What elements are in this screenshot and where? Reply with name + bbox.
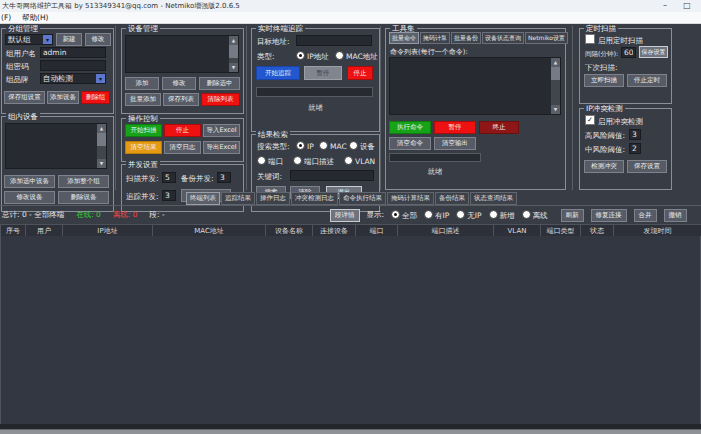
add-button[interactable]: 添加 [125, 77, 159, 90]
radio-search-ip[interactable]: IP [296, 141, 314, 151]
tab-mask-results[interactable]: 掩码计算结果 [387, 192, 434, 205]
mid-risk-input[interactable] [629, 143, 641, 154]
modify-device-button[interactable]: 修改设备 [4, 191, 55, 204]
radio-search-device[interactable]: 设备 [349, 141, 375, 151]
export-excel-button[interactable]: 导出Excel [203, 141, 240, 154]
scrollbar[interactable]: ▲ ▼ [97, 124, 106, 168]
clear-results-button[interactable]: 清空结果 [125, 141, 162, 154]
column-header-port-desc[interactable]: 端口描述 [398, 225, 494, 237]
delete-selected-button[interactable]: 删除选中 [199, 77, 240, 90]
device-list[interactable]: ▲ ▼ [125, 35, 239, 73]
chevron-down-icon[interactable]: ▾ [96, 74, 105, 83]
scroll-down-icon[interactable]: ▼ [551, 105, 560, 114]
scroll-up-icon[interactable]: ▲ [97, 124, 106, 133]
refresh-button[interactable]: 刷新 [561, 209, 584, 222]
add-selected-device-button[interactable]: 添加选中设备 [4, 175, 55, 188]
scroll-down-icon[interactable]: ▼ [97, 159, 106, 168]
modify-button[interactable]: 修改 [162, 77, 196, 90]
stop-schedule-button[interactable]: 停止定时 [627, 74, 667, 87]
tab-conflict-log[interactable]: 冲突检测日志 [291, 192, 338, 205]
column-header-user[interactable]: 用户 [26, 225, 63, 237]
stop-scan-button[interactable]: 停止 [164, 124, 201, 137]
radio-ip-address[interactable]: IP地址 [296, 51, 329, 61]
maximize-button[interactable]: □ [678, 0, 696, 12]
tab-batch-commands[interactable]: 批量命令 [389, 32, 419, 44]
terminate-command-button[interactable]: 终止 [479, 121, 519, 134]
repair-connection-button[interactable]: 修复连接 [591, 209, 627, 222]
high-risk-input[interactable] [629, 129, 641, 140]
scroll-thumb[interactable] [229, 45, 238, 58]
backup-concurrency-input[interactable] [217, 172, 231, 183]
new-group-button[interactable]: 新建 [56, 33, 82, 46]
pause-command-button[interactable]: 暂停 [434, 121, 476, 134]
menu-help[interactable]: 帮助(H) [22, 12, 49, 23]
scroll-up-icon[interactable]: ▲ [229, 36, 238, 45]
scrollbar[interactable]: ▲ ▼ [551, 58, 560, 114]
column-header-mac[interactable]: MAC地址 [153, 225, 266, 237]
column-header-ip[interactable]: IP地址 [63, 225, 153, 237]
column-header-connected-device[interactable]: 连接设备 [313, 225, 356, 237]
terminal-table-body[interactable] [0, 236, 701, 424]
tab-batch-backup[interactable]: 批量备份 [451, 32, 481, 44]
column-header-vlan[interactable]: VLAN [494, 225, 541, 237]
group-devices-list[interactable]: ▲ ▼ [5, 123, 107, 169]
scrollbar[interactable]: ▲ ▼ [229, 36, 238, 72]
chevron-down-icon[interactable]: ▾ [43, 35, 52, 44]
tab-operation-log[interactable]: 操作日志 [256, 192, 290, 205]
scroll-down-icon[interactable]: ▼ [229, 63, 238, 72]
start-scan-button[interactable]: 开始扫描 [125, 124, 162, 137]
radio-search-port[interactable]: 端口 [257, 156, 283, 166]
minimize-button[interactable]: – [656, 0, 674, 12]
save-conflict-settings-button[interactable]: 保存设置 [627, 160, 667, 173]
radio-search-vlan[interactable]: VLAN [344, 156, 375, 166]
clear-log-button[interactable]: 清空日志 [164, 141, 201, 154]
radio-mac-address[interactable]: MAC地址 [335, 51, 378, 61]
tab-mask-calc[interactable]: 掩码计算 [420, 32, 450, 44]
scan-now-button[interactable]: 立即扫描 [584, 74, 624, 87]
group-password-input[interactable] [40, 60, 106, 71]
start-trace-button[interactable]: 开始追踪 [256, 66, 300, 80]
import-excel-button[interactable]: 导入Excel [203, 124, 240, 137]
save-list-button[interactable]: 保存列表 [163, 93, 199, 106]
merge-button[interactable]: 合并 [634, 209, 657, 222]
enable-conflict-detection-checkbox[interactable]: ✓启用冲突检测 [585, 115, 643, 126]
clear-output-button[interactable]: 清空输出 [434, 137, 476, 150]
clear-list-button[interactable]: 清除列表 [201, 93, 240, 106]
delete-device-button[interactable]: 删除设备 [58, 191, 109, 204]
add-device-button[interactable]: 添加设备 [47, 91, 79, 104]
undo-button[interactable]: 撤销 [664, 209, 687, 222]
radio-search-port-desc[interactable]: 端口描述 [293, 156, 334, 166]
pause-trace-button[interactable]: 暂停 [304, 66, 342, 80]
column-header-port-type[interactable]: 端口类型 [541, 225, 581, 237]
tab-backup-results[interactable]: 备份结果 [435, 192, 469, 205]
execute-command-button[interactable]: 执行命令 [389, 121, 431, 134]
scan-concurrency-input[interactable] [162, 172, 176, 183]
add-whole-group-button[interactable]: 添加整个组 [58, 175, 109, 188]
stop-trace-button[interactable]: 停止 [347, 66, 373, 80]
detect-conflict-button[interactable]: 检测冲突 [584, 160, 624, 173]
save-group-settings-button[interactable]: 保存组设置 [4, 91, 45, 104]
interval-input[interactable] [621, 47, 636, 58]
column-header-port[interactable]: 端口 [356, 225, 398, 237]
radio-show-all[interactable]: 全部 [391, 210, 417, 221]
scroll-up-icon[interactable]: ▲ [551, 58, 560, 67]
tab-device-status-query[interactable]: 设备状态查询 [482, 32, 524, 44]
menu-file[interactable]: (F) [1, 12, 11, 23]
keyword-input[interactable] [290, 170, 374, 181]
tab-status-query-results[interactable]: 状态查询结果 [470, 192, 517, 205]
tab-trace-results[interactable]: 追踪结果 [221, 192, 255, 205]
segment-detail-button[interactable]: 段详情 [330, 209, 360, 222]
modify-group-button[interactable]: 修改 [85, 33, 111, 46]
radio-show-has-ip[interactable]: 有IP [424, 210, 449, 221]
delete-group-button[interactable]: 删除组 [81, 91, 110, 104]
batch-add-button[interactable]: 批量添加 [125, 93, 161, 106]
target-address-input[interactable] [296, 35, 372, 46]
group-select[interactable]: 默认组 ▾ [5, 34, 53, 45]
radio-show-no-ip[interactable]: 无IP [456, 210, 481, 221]
column-header-status[interactable]: 状态 [581, 225, 614, 237]
group-brand-select[interactable]: 自动检测 ▾ [40, 73, 106, 84]
trace-concurrency-input[interactable] [162, 190, 176, 201]
command-list[interactable]: ▲ ▼ [389, 57, 561, 115]
group-username-input[interactable] [40, 47, 106, 58]
radio-search-mac[interactable]: MAC [319, 141, 347, 151]
